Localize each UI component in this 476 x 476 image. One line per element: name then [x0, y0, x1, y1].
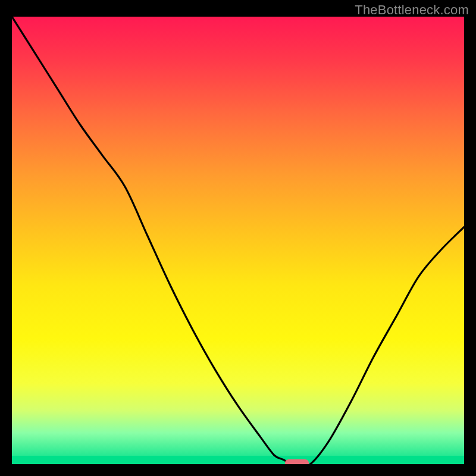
chart-container: TheBottleneck.com: [0, 0, 476, 476]
optimal-marker-pill: [285, 459, 309, 464]
watermark-label: TheBottleneck.com: [355, 2, 469, 18]
bottleneck-curve: [12, 17, 464, 464]
plot-area: [12, 17, 464, 464]
